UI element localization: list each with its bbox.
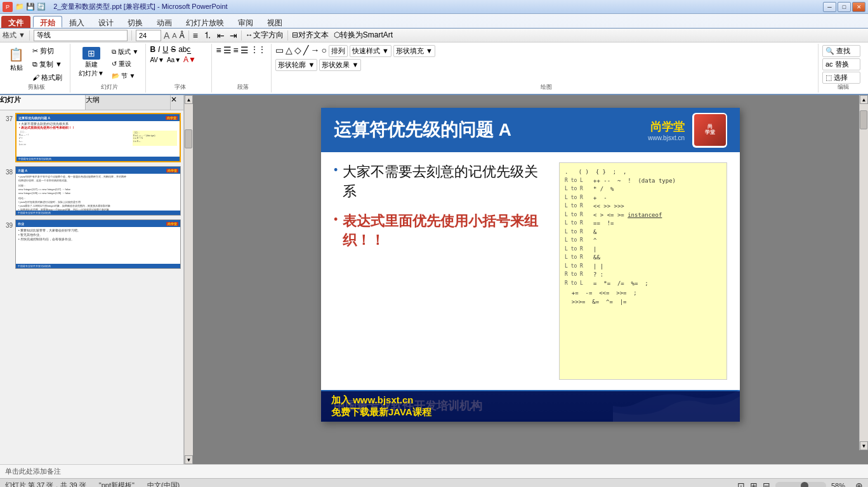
copy-button[interactable]: ⧉ 复制 ▼ [30, 58, 65, 70]
font-family-box[interactable] [34, 30, 128, 41]
slide-thumb-38[interactable]: 方题 A 尚学堂 • java代码中有不多于等于这个比较两个值，每一套题目考虑比… [15, 166, 181, 216]
ribbon-toolbar-row: 格式 ▼ A A Â ≡ ⒈ ⇤ ⇥ ↔文字方向 ⊟对齐文本 ⬡转换为Smart… [0, 29, 868, 42]
align-icon[interactable]: ⊟对齐文本 [292, 30, 329, 41]
scroll-track[interactable] [185, 104, 193, 455]
slide-panel-tabs[interactable]: 幻灯片 大纲 ✕ [0, 95, 183, 110]
notes-bar[interactable]: 单击此处添加备注 [0, 464, 868, 478]
tab-slideshow[interactable]: 幻灯片放映 [179, 16, 231, 28]
shape-outline-button[interactable]: 形状轮廓 ▼ [275, 59, 317, 71]
title-bar: P 📁 💾 🔄 2_变量和数据类型.ppt [兼容模式] - Microsoft… [0, 0, 868, 14]
shape2-icon[interactable]: ◇ [294, 45, 301, 57]
cut-button[interactable]: ✂ 剪切 [30, 45, 65, 57]
logo-name: 尚学堂 [648, 119, 685, 134]
operator-table-col: . ( ) { } ; , R to L ++ -- ~ ! (data typ… [559, 162, 727, 380]
section-button[interactable]: 📂 节 ▼ [110, 70, 140, 82]
font-size-down[interactable]: A [172, 32, 176, 39]
logo-icon-box: 尚学堂 [692, 113, 727, 148]
indent-inc-icon[interactable]: ⇥ [230, 30, 237, 41]
overlay-line2: 免费下载最新JAVA课程 [331, 406, 740, 419]
slide-thumb-37[interactable]: 运算符优先级的问题 A 尚学堂 • 大家不需要去刻意的记优先级关系 • 表达式里… [15, 113, 181, 162]
close-button[interactable]: ✕ [852, 2, 865, 12]
justify-icon[interactable]: ☰ [240, 45, 249, 55]
numbering-icon[interactable]: ⒈ [203, 30, 212, 41]
char-spacing-icon[interactable]: Â [180, 31, 185, 40]
slide-thumb-39[interactable]: 作业 尚学堂 • 重要知识比较零零，大家都会好好学习吧。 • 暂无其他作业。 •… [15, 219, 181, 269]
font-color-button[interactable]: A▼ [183, 55, 196, 64]
line-icon[interactable]: ╱ [303, 45, 308, 57]
arrow-icon[interactable]: → [310, 45, 319, 57]
italic-button[interactable]: I [158, 45, 160, 54]
canvas-scroll-down[interactable]: ▼ [860, 441, 868, 450]
scroll-up-button[interactable]: ▲ [185, 95, 193, 104]
bullet-text-1: 大家不需要去刻意的记优先级关系 [343, 162, 549, 202]
align-right-icon[interactable]: ≡ [233, 45, 239, 55]
canvas-scroll-track[interactable] [860, 104, 868, 441]
window-controls[interactable]: ─ □ ✕ [823, 2, 865, 12]
bullet-dot-2: • [334, 213, 338, 226]
scroll-thumb[interactable] [185, 129, 192, 148]
replace-button[interactable]: ac 替换 [822, 58, 860, 70]
font-size-up[interactable]: A [164, 30, 169, 41]
underline-button[interactable]: U [162, 45, 168, 54]
ribbon-tabs[interactable]: 文件 开始 插入 设计 切换 动画 幻灯片放映 审阅 视图 [0, 14, 868, 28]
bold-button[interactable]: B [150, 45, 155, 54]
slide-layout-button[interactable]: ⧉ 版式 ▼ [110, 46, 140, 58]
tab-insert[interactable]: 插入 [62, 16, 91, 28]
zoom-slider[interactable] [775, 482, 826, 488]
paste-button[interactable]: 📋 粘贴 [4, 45, 29, 74]
view-normal-icon[interactable]: ⊡ [737, 481, 745, 488]
outline-tab[interactable]: 大纲 [86, 95, 171, 110]
oval-icon[interactable]: ○ [321, 45, 326, 57]
text-dir-icon[interactable]: ↔文字方向 [246, 30, 284, 41]
align-center-icon[interactable]: ☰ [223, 45, 232, 55]
align-left-icon[interactable]: ≡ [216, 45, 221, 55]
quick-styles-button[interactable]: 快速样式 ▼ [350, 45, 391, 57]
panel-close-button[interactable]: ✕ [171, 95, 183, 110]
change-case-button[interactable]: Aa▼ [167, 56, 181, 63]
tab-transitions[interactable]: 切换 [121, 16, 150, 28]
tab-file[interactable]: 文件 [1, 16, 30, 28]
slide-item-37[interactable]: 37 运算符优先级的问题 A 尚学堂 • 大家不需要去刻意的记优先级关系 • 表… [3, 113, 181, 162]
reset-slide-button[interactable]: ↺ 重设 [110, 58, 140, 70]
strikethrough-button[interactable]: S [171, 45, 176, 54]
view-slide-icon[interactable]: ⊟ [763, 481, 770, 488]
find-button[interactable]: 🔍 查找 [822, 45, 860, 57]
shape-fill-button[interactable]: 形状填充 ▼ [393, 45, 435, 57]
slide-group: ⊞ 新建 幻灯片▼ ⧉ 版式 ▼ ↺ 重设 📂 节 ▼ 幻灯片 [73, 44, 146, 93]
zoom-thumb[interactable] [801, 482, 808, 488]
tab-design[interactable]: 设计 [91, 16, 121, 28]
tab-review[interactable]: 审阅 [231, 16, 260, 28]
font-size-box[interactable] [136, 30, 161, 41]
canvas-scroll-up[interactable]: ▲ [860, 95, 868, 104]
scroll-down-button[interactable]: ▼ [185, 455, 193, 464]
new-slide-button[interactable]: ⊞ 新建 幻灯片▼ [74, 45, 109, 80]
bullet-dot-1: • [334, 164, 338, 177]
slides-tab[interactable]: 幻灯片 [0, 95, 86, 110]
minimize-button[interactable]: ─ [823, 2, 836, 12]
zoom-level[interactable]: 58% [831, 482, 850, 488]
shape1-icon[interactable]: △ [286, 45, 293, 57]
tab-view[interactable]: 视图 [260, 16, 289, 28]
zoom-in-button[interactable]: ⊕ [855, 481, 863, 488]
maximize-button[interactable]: □ [838, 2, 851, 12]
col-icon[interactable]: ⋮⋮ [251, 45, 266, 55]
format-painter-button[interactable]: 🖌 格式刷 [30, 72, 65, 84]
bullets-icon[interactable]: ≡ [193, 30, 198, 41]
rect-icon[interactable]: ▭ [275, 45, 284, 57]
shape-arrange-button[interactable]: 排列 [329, 45, 348, 57]
select-button[interactable]: ⬚ 选择 [822, 72, 860, 84]
slide-item-39[interactable]: 39 作业 尚学堂 • 重要知识比较零零，大家都会好好学习吧。 • 暂无其他作业… [3, 219, 181, 269]
tab-animations[interactable]: 动画 [150, 16, 179, 28]
font-spacing-button[interactable]: AV▼ [150, 56, 164, 63]
shape-effect-button[interactable]: 形状效果 ▼ [319, 59, 361, 71]
view-reader-icon[interactable]: ⊞ [750, 481, 758, 488]
tab-home[interactable]: 开始 [33, 16, 62, 28]
canvas-scroll-thumb[interactable] [860, 110, 867, 129]
slide-panel-scrollbar[interactable]: ▲ ▼ [184, 95, 193, 464]
language-selector[interactable]: 中文(中国) [147, 481, 180, 487]
slide-item-38[interactable]: 38 方题 A 尚学堂 • java代码中有不多于等于这个比较两个值，每一套题目… [3, 166, 181, 216]
smartart-icon[interactable]: ⬡转换为SmartArt [334, 30, 393, 41]
indent-dec-icon[interactable]: ⇤ [217, 30, 225, 41]
canvas-scrollbar[interactable]: ▲ ▼ [859, 95, 868, 450]
shadow-button[interactable]: abc̲ [178, 45, 191, 54]
